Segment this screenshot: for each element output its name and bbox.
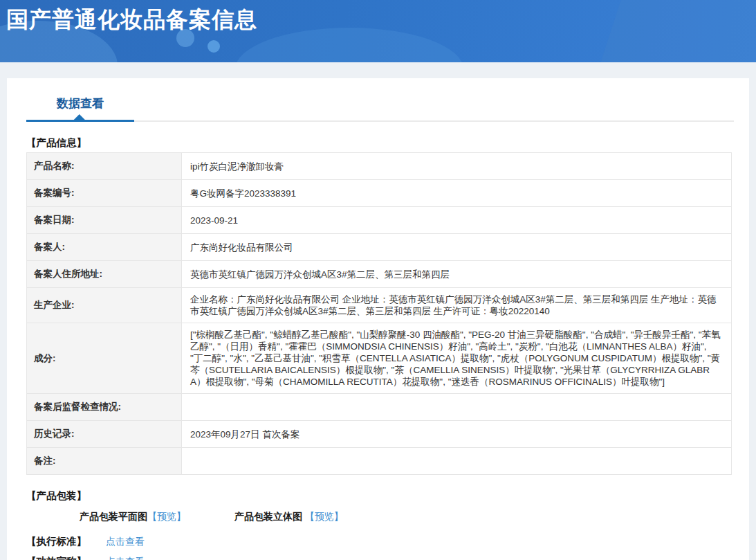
table-row: 备案人: 广东尚好化妆品有限公司 <box>27 234 732 261</box>
product-info-table: 产品名称: ipi竹炭白泥净澈卸妆膏 备案编号: 粤G妆网备字202333839… <box>26 152 732 475</box>
table-row: 成分: ["棕榈酸乙基己酯", "鲸蜡醇乙基己酸酯", "山梨醇聚醚-30 四油… <box>27 323 732 394</box>
table-row: 备案编号: 粤G妆网备字2023338391 <box>27 180 732 207</box>
table-row: 备案日期: 2023-09-21 <box>27 207 732 234</box>
row-label-history: 历史记录: <box>27 421 182 448</box>
section-standard-title: 【执行标准】 <box>26 535 86 548</box>
row-value-filing-number: 粤G妆网备字2023338391 <box>182 180 732 207</box>
packaging-stereo-group: 产品包装立体图 【预览】 <box>234 511 344 523</box>
tab-data-view[interactable]: 数据查看 <box>26 96 134 122</box>
table-row: 备注: <box>27 448 732 475</box>
table-row: 备案后监督检查情况: <box>27 394 732 421</box>
section-packaging-title: 【产品包装】 <box>26 489 727 503</box>
packaging-stereo-label: 产品包装立体图 <box>234 511 302 522</box>
row-label-product-name: 产品名称: <box>27 153 182 180</box>
standard-row: 【执行标准】 点击查看 <box>26 535 727 548</box>
row-label-ingredients: 成分: <box>27 323 182 394</box>
row-label-supervision: 备案后监督检查情况: <box>27 394 182 421</box>
row-value-supervision <box>182 394 732 421</box>
row-label-filing-number: 备案编号: <box>27 180 182 207</box>
standard-view-link[interactable]: 点击查看 <box>106 536 145 548</box>
tab-active-caret-icon <box>74 114 85 120</box>
table-row: 历史记录: 2023年09月27日 首次备案 <box>27 421 732 448</box>
table-row: 产品名称: ipi竹炭白泥净澈卸妆膏 <box>27 153 732 180</box>
packaging-line: 产品包装平面图【预览】 产品包装立体图 【预览】 <box>80 511 727 523</box>
page-title: 国产普通化妆品备案信息 <box>0 0 756 35</box>
page-header: 国产普通化妆品备案信息 <box>0 0 756 62</box>
row-value-manufacturer: 企业名称：广东尚好化妆品有限公司 企业地址：英德市英红镇广德园万洋众创城A区3#… <box>182 288 732 323</box>
table-row: 备案人住所地址: 英德市英红镇广德园万洋众创城A区3#第二层、第三层和第四层 <box>27 261 732 288</box>
packaging-flat-label: 产品包装平面图 <box>80 511 147 522</box>
section-product-info-title: 【产品信息】 <box>26 136 727 150</box>
efficacy-row: 【功效宣称】 点击查看 <box>26 555 727 560</box>
row-value-ingredients: ["棕榈酸乙基己酯", "鲸蜡醇乙基己酸酯", "山梨醇聚醚-30 四油酸酯",… <box>182 323 732 394</box>
packaging-flat-preview-link[interactable]: 【预览】 <box>147 511 186 522</box>
row-label-filer: 备案人: <box>27 234 182 261</box>
tab-bar: 数据查看 <box>26 96 734 122</box>
tab-data-view-label: 数据查看 <box>57 97 104 110</box>
row-value-filer: 广东尚好化妆品有限公司 <box>182 234 732 261</box>
packaging-flat-group: 产品包装平面图【预览】 <box>80 511 186 523</box>
row-value-filing-date: 2023-09-21 <box>182 207 732 234</box>
packaging-stereo-preview-link[interactable]: 【预览】 <box>305 511 344 522</box>
row-label-filing-date: 备案日期: <box>27 207 182 234</box>
row-label-filer-address: 备案人住所地址: <box>27 261 182 288</box>
header-decor-circle <box>208 40 220 53</box>
efficacy-view-link[interactable]: 点击查看 <box>106 556 145 560</box>
content-card: 数据查看 【产品信息】 产品名称: ipi竹炭白泥净澈卸妆膏 备案编号: 粤G妆… <box>7 78 749 560</box>
row-value-remarks <box>182 448 732 475</box>
row-value-product-name: ipi竹炭白泥净澈卸妆膏 <box>182 153 732 180</box>
row-value-history: 2023年09月27日 首次备案 <box>182 421 732 448</box>
row-value-filer-address: 英德市英红镇广德园万洋众创城A区3#第二层、第三层和第四层 <box>182 261 732 288</box>
row-label-remarks: 备注: <box>27 448 182 475</box>
table-row: 生产企业: 企业名称：广东尚好化妆品有限公司 企业地址：英德市英红镇广德园万洋众… <box>27 288 732 323</box>
row-label-manufacturer: 生产企业: <box>27 288 182 323</box>
section-efficacy-title: 【功效宣称】 <box>26 555 86 560</box>
